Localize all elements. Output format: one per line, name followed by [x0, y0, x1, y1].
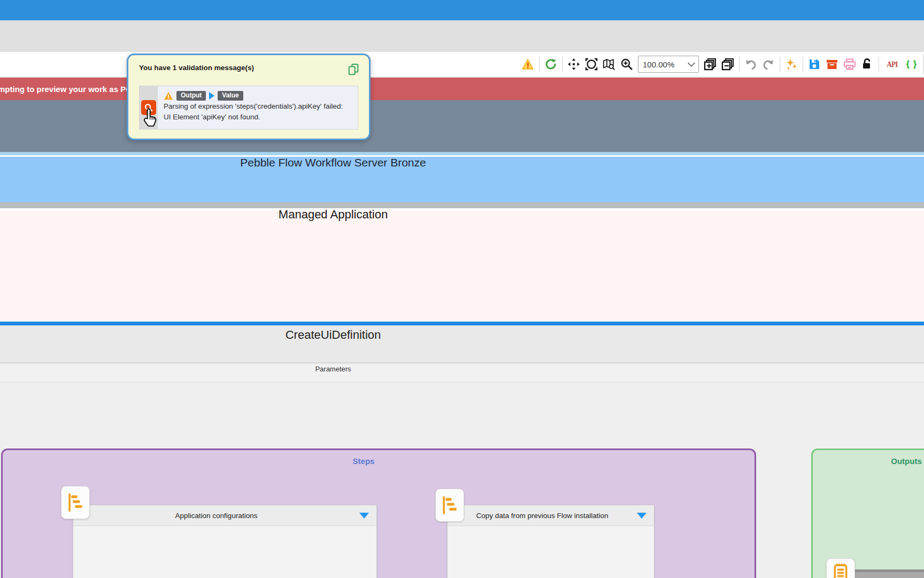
- redo-icon[interactable]: [762, 57, 775, 71]
- expand-all-icon[interactable]: [704, 57, 717, 71]
- toolbar-separator: [562, 57, 563, 72]
- toolbar-separator: [780, 57, 780, 72]
- archive-icon[interactable]: [826, 57, 838, 71]
- workflow-node-title[interactable]: CreateUiDefinition: [286, 328, 381, 342]
- browser-top-bar: [0, 0, 924, 20]
- workflow-node-band[interactable]: [0, 325, 924, 363]
- toolbar-separator: [539, 57, 540, 72]
- validation-message-content: Output Value Parsing of expression 'step…: [164, 90, 355, 123]
- path-arrow-icon: [209, 92, 214, 100]
- zoom-level-select[interactable]: 100.00%: [638, 56, 699, 73]
- gantt-steps-icon: [441, 495, 459, 516]
- fit-view-icon[interactable]: [585, 57, 598, 71]
- output-icon-tile[interactable]: [826, 558, 855, 578]
- overview-map-icon[interactable]: [603, 57, 615, 71]
- output-card-top-edge[interactable]: [854, 569, 924, 578]
- window-header-bar: [0, 20, 924, 52]
- steps-panel-label[interactable]: Steps: [353, 457, 375, 466]
- message-line-1: Parsing of expression 'steps('credential…: [164, 101, 355, 112]
- pan-icon[interactable]: [567, 57, 580, 71]
- selection-divider-line: [0, 322, 924, 325]
- api-icon[interactable]: API: [884, 57, 900, 71]
- copy-icon[interactable]: [348, 63, 359, 78]
- step-icon-tile[interactable]: [61, 486, 90, 519]
- code-braces-icon[interactable]: { }: [905, 57, 919, 71]
- collapse-all-icon[interactable]: [721, 57, 734, 71]
- step-icon-tile[interactable]: [435, 489, 464, 522]
- clipboard-icon: [832, 562, 849, 578]
- workflow-server-title[interactable]: Pebble Flow Workflow Server Bronze: [240, 156, 426, 169]
- warning-icon: [164, 92, 173, 100]
- unlock-icon[interactable]: [861, 57, 874, 71]
- toolbar-separator: [879, 57, 879, 72]
- parameters-label[interactable]: Parameters: [315, 365, 351, 373]
- managed-application-band[interactable]: [0, 211, 924, 322]
- chevron-down-icon[interactable]: [359, 513, 369, 519]
- step-card-title: Copy data from previous Flow installatio…: [448, 512, 637, 520]
- toolbar-button-strip: 100.00% API { }: [521, 52, 924, 77]
- toolbar-separator: [739, 57, 740, 72]
- chevron-down-icon: [688, 59, 695, 67]
- path-badge-output: Output: [176, 91, 206, 101]
- parameters-band[interactable]: [0, 363, 924, 382]
- undo-icon[interactable]: [744, 57, 757, 71]
- outputs-panel-label[interactable]: Outputs: [891, 457, 922, 466]
- path-badge-value: Value: [218, 91, 243, 101]
- validation-message-row: Output Value Parsing of expression 'step…: [139, 86, 358, 130]
- step-card-header[interactable]: Copy data from previous Flow installatio…: [448, 505, 654, 526]
- auto-arrange-icon[interactable]: [785, 57, 798, 71]
- hand-cursor-icon: [141, 108, 160, 132]
- managed-application-title[interactable]: Managed Application: [279, 208, 388, 222]
- step-card-header[interactable]: Application configurations: [73, 505, 376, 526]
- zoom-level-value: 100.00%: [643, 60, 674, 69]
- gantt-steps-icon: [66, 492, 84, 513]
- step-card-copy-data[interactable]: Copy data from previous Flow installatio…: [447, 505, 654, 578]
- message-line-2: UI Element 'apiKey' not found.: [164, 112, 355, 123]
- chevron-down-icon[interactable]: [637, 513, 646, 519]
- workflow-server-band[interactable]: [0, 157, 924, 202]
- step-card-application-configurations[interactable]: Application configurations: [73, 505, 377, 578]
- refresh-icon[interactable]: [544, 57, 557, 71]
- validation-warning-icon[interactable]: [521, 57, 534, 71]
- zoom-in-icon[interactable]: [620, 57, 633, 71]
- validation-popup: You have 1 validation message(s) Output …: [127, 54, 371, 140]
- save-icon[interactable]: [808, 57, 821, 71]
- validation-popup-title: You have 1 validation message(s): [139, 64, 254, 72]
- message-path-row: Output Value: [164, 90, 355, 101]
- server-band-bottom-strip: [0, 202, 924, 208]
- step-card-title: Application configurations: [73, 512, 359, 520]
- banner-text: mpting to preview your work as PO: [0, 85, 132, 94]
- print-icon[interactable]: [843, 57, 856, 71]
- toolbar-separator: [803, 57, 803, 72]
